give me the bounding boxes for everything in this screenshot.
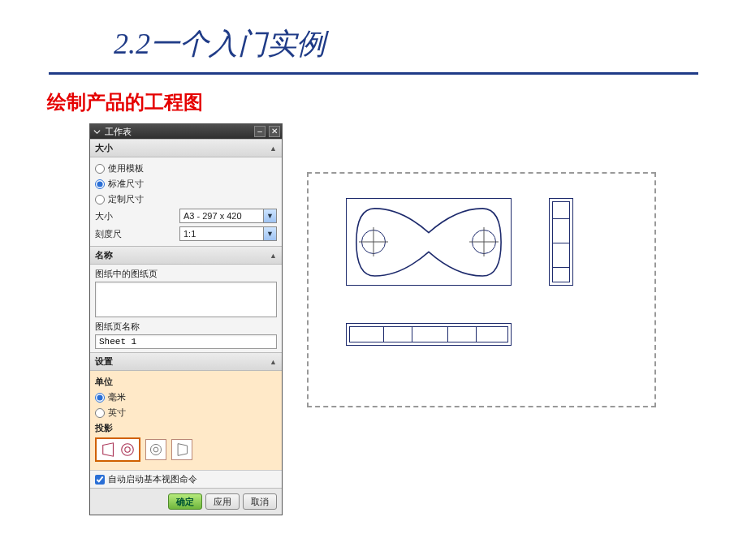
worksheet-dialog: 工作表 – ✕ 大小 ▲ 使用模板 标准尺寸 定 bbox=[89, 123, 283, 515]
sheet-name-input[interactable] bbox=[95, 334, 277, 349]
section-header-name[interactable]: 名称 ▲ bbox=[90, 246, 282, 265]
edge-line bbox=[476, 326, 477, 342]
slide: 2.2一个入门实例 绘制产品的工程图 工作表 – ✕ 大小 ▲ 使用模板 bbox=[0, 0, 747, 560]
row-size: 大小 A3 - 297 x 420 ▼ bbox=[95, 207, 277, 225]
radio-input-template[interactable] bbox=[95, 164, 105, 174]
svg-point-1 bbox=[124, 447, 129, 452]
slide-title: 2.2一个入门实例 bbox=[114, 24, 731, 64]
checkbox-autostart[interactable]: 自动启动基本视图命令 bbox=[90, 470, 282, 488]
sheets-listbox[interactable] bbox=[95, 282, 277, 317]
content-row: 工作表 – ✕ 大小 ▲ 使用模板 标准尺寸 定 bbox=[89, 123, 731, 515]
section-body-name: 图纸中的图纸页 图纸页名称 bbox=[90, 265, 282, 352]
edge-line bbox=[412, 326, 412, 342]
label-scale: 刻度尺 bbox=[95, 228, 122, 240]
checkbox-input-autostart[interactable] bbox=[95, 475, 105, 485]
radio-input-custom[interactable] bbox=[95, 195, 105, 205]
edge-line bbox=[447, 326, 448, 342]
dialog-footer: 确定 应用 取消 bbox=[90, 488, 282, 515]
checkbox-label-autostart: 自动启动基本视图命令 bbox=[108, 473, 197, 485]
section-title-name: 名称 bbox=[95, 249, 113, 261]
drawing-preview bbox=[307, 172, 656, 407]
outline bbox=[552, 201, 570, 282]
radio-custom-size[interactable]: 定制尺寸 bbox=[95, 192, 277, 207]
combo-size-value: A3 - 297 x 420 bbox=[180, 209, 263, 222]
svg-point-0 bbox=[121, 444, 133, 456]
view-right bbox=[549, 198, 573, 286]
section-title-settings: 设置 bbox=[95, 355, 113, 368]
outline bbox=[349, 326, 508, 342]
projection-third-angle-b[interactable] bbox=[171, 439, 192, 460]
circle-target-icon bbox=[119, 442, 136, 458]
frustum-icon bbox=[101, 442, 117, 458]
slide-subtitle: 绘制产品的工程图 bbox=[47, 89, 731, 115]
dropdown-icon[interactable]: ▼ bbox=[263, 227, 276, 240]
svg-point-3 bbox=[153, 447, 158, 452]
label-size: 大小 bbox=[95, 210, 113, 222]
caret-icon: ▲ bbox=[270, 358, 277, 366]
radio-input-inch[interactable] bbox=[95, 408, 105, 418]
radio-input-standard[interactable] bbox=[95, 179, 105, 189]
close-button[interactable]: ✕ bbox=[269, 126, 280, 137]
row-scale: 刻度尺 1:1 ▼ bbox=[95, 225, 277, 243]
minimize-button[interactable]: – bbox=[254, 126, 266, 137]
combo-scale[interactable]: 1:1 ▼ bbox=[179, 226, 277, 241]
cancel-button[interactable]: 取消 bbox=[243, 493, 277, 510]
label-sheet-name: 图纸页名称 bbox=[95, 321, 277, 333]
caret-icon: ▲ bbox=[270, 144, 277, 153]
section-title-size: 大小 bbox=[95, 142, 113, 154]
radio-input-mm[interactable] bbox=[95, 393, 105, 403]
circle-target-icon bbox=[149, 442, 163, 457]
section-body-settings: 单位 毫米 英寸 投影 bbox=[90, 371, 282, 470]
hole-left-icon bbox=[361, 230, 386, 254]
combo-size[interactable]: A3 - 297 x 420 ▼ bbox=[179, 209, 277, 223]
section-body-size: 使用模板 标准尺寸 定制尺寸 大小 A3 - 297 x 420 ▼ bbox=[90, 157, 282, 246]
section-header-settings[interactable]: 设置 ▲ bbox=[90, 352, 282, 371]
radio-label-inch: 英寸 bbox=[108, 407, 126, 419]
view-front bbox=[346, 323, 512, 346]
dialog-titlebar[interactable]: 工作表 – ✕ bbox=[90, 124, 282, 139]
projection-row bbox=[95, 436, 277, 467]
ok-button[interactable]: 确定 bbox=[168, 493, 202, 510]
apply-button[interactable]: 应用 bbox=[205, 493, 240, 510]
radio-label-standard: 标准尺寸 bbox=[108, 178, 144, 190]
radio-label-mm: 毫米 bbox=[108, 391, 126, 403]
label-projection: 投影 bbox=[95, 420, 277, 436]
section-header-size[interactable]: 大小 ▲ bbox=[90, 139, 282, 157]
radio-standard-size[interactable]: 标准尺寸 bbox=[95, 176, 277, 192]
radio-label-custom: 定制尺寸 bbox=[108, 193, 144, 205]
dropdown-icon[interactable]: ▼ bbox=[263, 209, 276, 222]
radio-inch[interactable]: 英寸 bbox=[95, 405, 277, 420]
radio-label-template: 使用模板 bbox=[108, 162, 144, 174]
radio-use-template[interactable]: 使用模板 bbox=[95, 161, 277, 176]
title-underline bbox=[49, 72, 698, 75]
frustum-icon bbox=[175, 442, 189, 457]
label-sheets-in-drawing: 图纸中的图纸页 bbox=[95, 268, 277, 280]
chevron-icon bbox=[92, 127, 101, 136]
view-top bbox=[346, 198, 512, 286]
caret-icon: ▲ bbox=[270, 252, 277, 260]
radio-mm[interactable]: 毫米 bbox=[95, 390, 277, 405]
projection-third-angle-a[interactable] bbox=[145, 439, 166, 460]
hole-right-icon bbox=[472, 230, 496, 254]
dialog-title: 工作表 bbox=[105, 126, 251, 138]
svg-point-2 bbox=[150, 444, 161, 454]
combo-scale-value: 1:1 bbox=[180, 227, 263, 240]
label-units: 单位 bbox=[95, 374, 277, 390]
projection-first-angle[interactable] bbox=[95, 437, 140, 462]
edge-line bbox=[383, 326, 384, 342]
